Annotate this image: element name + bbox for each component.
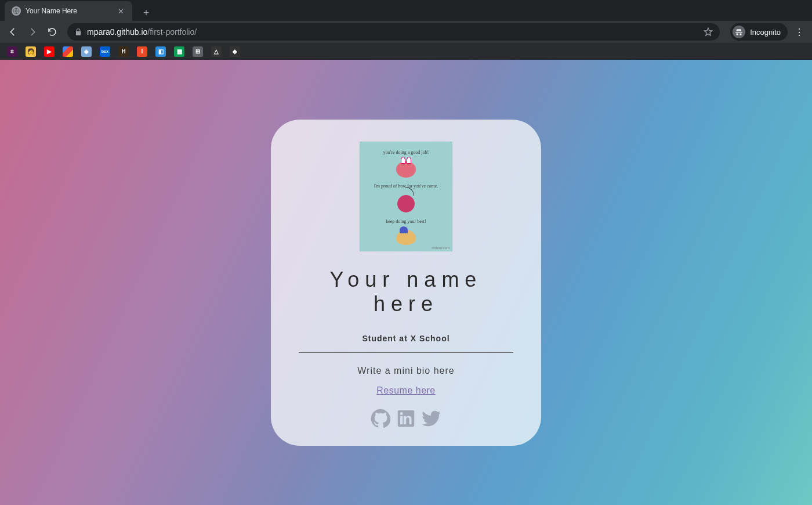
bread-icon: [396, 230, 416, 245]
forward-button[interactable]: [24, 24, 41, 40]
incognito-chip[interactable]: Incognito: [730, 23, 788, 41]
browser-chrome: Your Name Here ✕ + mpara0.github.io/firs…: [0, 0, 812, 60]
browser-tab[interactable]: Your Name Here ✕: [5, 1, 132, 21]
bookmark-other[interactable]: ◆: [230, 46, 240, 57]
address-bar[interactable]: mpara0.github.io/first-portfolio/: [67, 23, 720, 41]
github-icon[interactable]: [371, 409, 390, 428]
strawberry-icon: [396, 161, 416, 178]
hero-line-1: you're doing a good job!: [383, 150, 429, 155]
new-tab-button[interactable]: +: [138, 5, 154, 21]
tab-title: Your Name Here: [26, 7, 111, 15]
subtitle: Student at X School: [362, 334, 449, 343]
bookmark-grid[interactable]: ⊞: [193, 46, 203, 57]
bookmark-star-icon[interactable]: [704, 27, 713, 37]
toolbar: mpara0.github.io/first-portfolio/ Incogn…: [0, 21, 812, 43]
hero-image: you're doing a good job! I'm proud of ho…: [360, 142, 452, 251]
twitter-icon[interactable]: [422, 409, 441, 428]
bookmark-cloud[interactable]: ◆: [81, 46, 92, 57]
back-button[interactable]: [5, 24, 21, 40]
tab-strip: Your Name Here ✕ +: [0, 0, 812, 21]
hero-credit: chibird.com: [432, 246, 449, 250]
hero-line-3: keep doing your best!: [386, 219, 426, 224]
url-path: /first-portfolio/: [147, 27, 197, 37]
bio-text: Write a mini bio here: [357, 366, 454, 376]
name-heading: Your name here: [294, 268, 518, 316]
resume-link[interactable]: Resume here: [376, 385, 436, 396]
bookmarks-bar: ⌗ 🧑 ▶ ◆ box H I ◧ ▦ ⊞ △ ◆: [0, 43, 812, 60]
bookmark-trello[interactable]: ◧: [155, 46, 166, 57]
kebab-menu-icon[interactable]: ⋮: [791, 24, 807, 40]
bookmark-help[interactable]: H: [118, 46, 129, 57]
bookmark-box[interactable]: box: [100, 46, 110, 57]
bookmark-sheets[interactable]: ▦: [174, 46, 184, 57]
incognito-label: Incognito: [750, 28, 781, 37]
incognito-icon: [733, 26, 745, 38]
bookmark-youtube[interactable]: ▶: [44, 46, 55, 57]
lock-icon: [74, 28, 82, 36]
url-text: mpara0.github.io/first-portfolio/: [87, 27, 197, 37]
reload-button[interactable]: [44, 24, 60, 40]
bookmark-photos[interactable]: [63, 46, 73, 57]
linkedin-icon[interactable]: [396, 409, 416, 428]
bookmark-slack[interactable]: ⌗: [7, 46, 17, 57]
bookmark-illinois[interactable]: I: [137, 46, 147, 57]
social-links: [371, 409, 441, 428]
url-host: mpara0.github.io: [87, 27, 147, 37]
globe-icon: [12, 6, 21, 16]
bookmark-emoji[interactable]: 🧑: [26, 46, 36, 57]
portfolio-card: you're doing a good job! I'm proud of ho…: [271, 120, 541, 446]
close-icon[interactable]: ✕: [116, 6, 125, 16]
page-viewport: you're doing a good job! I'm proud of ho…: [0, 60, 812, 505]
cherry-icon: [397, 195, 415, 212]
bookmark-drive[interactable]: △: [211, 46, 222, 57]
divider: [299, 352, 513, 353]
